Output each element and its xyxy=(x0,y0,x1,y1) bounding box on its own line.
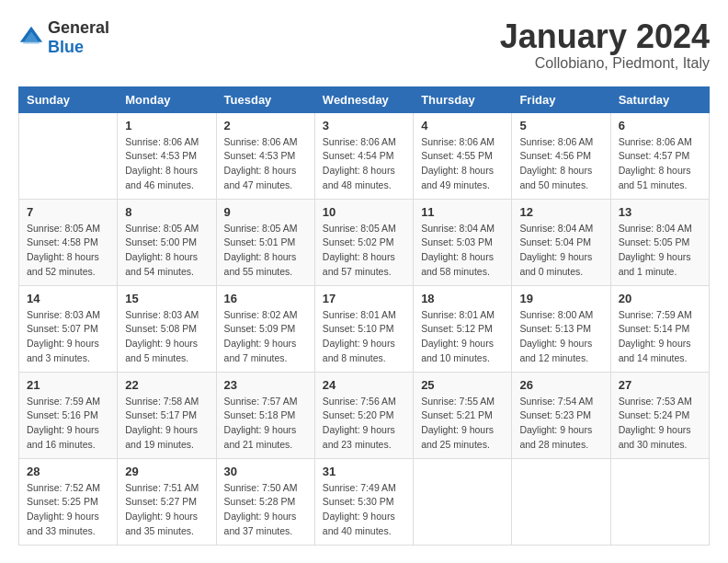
day-cell: 10Sunrise: 8:05 AMSunset: 5:02 PMDayligh… xyxy=(314,199,413,285)
day-cell: 2Sunrise: 8:06 AMSunset: 4:53 PMDaylight… xyxy=(216,112,314,199)
logo-general: General xyxy=(48,18,109,37)
day-cell xyxy=(19,112,118,199)
day-number: 6 xyxy=(619,119,701,132)
day-cell: 20Sunrise: 7:59 AMSunset: 5:14 PMDayligh… xyxy=(610,285,709,372)
logo: General Blue xyxy=(18,18,109,57)
title-block: January 2024 Collobiano, Piedmont, Italy xyxy=(500,18,710,72)
day-cell: 4Sunrise: 8:06 AMSunset: 4:55 PMDaylight… xyxy=(414,112,512,199)
day-cell: 19Sunrise: 8:00 AMSunset: 5:13 PMDayligh… xyxy=(512,285,610,372)
day-cell: 3Sunrise: 8:06 AMSunset: 4:54 PMDaylight… xyxy=(314,112,413,199)
day-number: 22 xyxy=(125,378,208,392)
day-number: 23 xyxy=(224,378,307,392)
day-cell: 8Sunrise: 8:05 AMSunset: 5:00 PMDaylight… xyxy=(118,199,216,285)
weekday-header-saturday: Saturday xyxy=(610,86,709,112)
day-cell: 27Sunrise: 7:53 AMSunset: 5:24 PMDayligh… xyxy=(610,372,709,458)
day-cell: 6Sunrise: 8:06 AMSunset: 4:57 PMDaylight… xyxy=(610,112,709,199)
day-cell: 22Sunrise: 7:58 AMSunset: 5:17 PMDayligh… xyxy=(118,372,216,458)
weekday-header-friday: Friday xyxy=(512,86,610,112)
day-number: 27 xyxy=(619,378,701,392)
day-cell: 16Sunrise: 8:02 AMSunset: 5:09 PMDayligh… xyxy=(216,285,314,372)
day-number: 21 xyxy=(27,378,109,392)
day-number: 19 xyxy=(519,292,602,305)
day-cell: 14Sunrise: 8:03 AMSunset: 5:07 PMDayligh… xyxy=(19,285,118,372)
day-info: Sunrise: 8:06 AMSunset: 4:53 PMDaylight:… xyxy=(125,135,208,193)
day-number: 16 xyxy=(224,292,307,305)
logo-icon xyxy=(18,25,44,51)
day-number: 31 xyxy=(323,465,405,478)
day-number: 26 xyxy=(519,378,602,392)
day-cell: 23Sunrise: 7:57 AMSunset: 5:18 PMDayligh… xyxy=(216,372,314,458)
day-cell: 26Sunrise: 7:54 AMSunset: 5:23 PMDayligh… xyxy=(512,372,610,458)
day-cell: 31Sunrise: 7:49 AMSunset: 5:30 PMDayligh… xyxy=(314,458,413,545)
day-info: Sunrise: 7:56 AMSunset: 5:20 PMDaylight:… xyxy=(323,395,405,453)
day-info: Sunrise: 8:04 AMSunset: 5:04 PMDaylight:… xyxy=(519,222,602,280)
day-cell xyxy=(512,458,610,545)
day-cell: 17Sunrise: 8:01 AMSunset: 5:10 PMDayligh… xyxy=(314,285,413,372)
day-number: 5 xyxy=(519,119,602,132)
day-info: Sunrise: 8:02 AMSunset: 5:09 PMDaylight:… xyxy=(224,308,307,366)
day-info: Sunrise: 7:59 AMSunset: 5:14 PMDaylight:… xyxy=(619,308,701,366)
day-number: 20 xyxy=(619,292,701,305)
weekday-header-monday: Monday xyxy=(118,86,216,112)
day-number: 7 xyxy=(27,205,109,219)
day-info: Sunrise: 8:03 AMSunset: 5:07 PMDaylight:… xyxy=(27,308,109,366)
day-cell: 1Sunrise: 8:06 AMSunset: 4:53 PMDaylight… xyxy=(118,112,216,199)
day-cell: 18Sunrise: 8:01 AMSunset: 5:12 PMDayligh… xyxy=(414,285,512,372)
calendar-table: SundayMondayTuesdayWednesdayThursdayFrid… xyxy=(18,86,710,546)
day-info: Sunrise: 8:04 AMSunset: 5:05 PMDaylight:… xyxy=(619,222,701,280)
day-cell: 9Sunrise: 8:05 AMSunset: 5:01 PMDaylight… xyxy=(216,199,314,285)
day-info: Sunrise: 8:05 AMSunset: 4:58 PMDaylight:… xyxy=(27,222,109,280)
day-info: Sunrise: 8:05 AMSunset: 5:00 PMDaylight:… xyxy=(125,222,208,280)
day-info: Sunrise: 7:55 AMSunset: 5:21 PMDaylight:… xyxy=(421,395,504,453)
day-cell: 15Sunrise: 8:03 AMSunset: 5:08 PMDayligh… xyxy=(118,285,216,372)
weekday-header-tuesday: Tuesday xyxy=(216,86,314,112)
logo-blue: Blue xyxy=(48,38,84,56)
day-info: Sunrise: 8:06 AMSunset: 4:53 PMDaylight:… xyxy=(224,135,307,193)
day-cell: 11Sunrise: 8:04 AMSunset: 5:03 PMDayligh… xyxy=(414,199,512,285)
week-row-1: 1Sunrise: 8:06 AMSunset: 4:53 PMDaylight… xyxy=(19,112,710,199)
day-info: Sunrise: 8:03 AMSunset: 5:08 PMDaylight:… xyxy=(125,308,208,366)
day-number: 29 xyxy=(125,465,208,478)
week-row-2: 7Sunrise: 8:05 AMSunset: 4:58 PMDaylight… xyxy=(19,199,710,285)
day-info: Sunrise: 7:59 AMSunset: 5:16 PMDaylight:… xyxy=(27,395,109,453)
day-info: Sunrise: 8:05 AMSunset: 5:02 PMDaylight:… xyxy=(323,222,405,280)
day-number: 2 xyxy=(224,119,307,132)
weekday-header-sunday: Sunday xyxy=(19,86,118,112)
week-row-4: 21Sunrise: 7:59 AMSunset: 5:16 PMDayligh… xyxy=(19,372,710,458)
day-cell: 21Sunrise: 7:59 AMSunset: 5:16 PMDayligh… xyxy=(19,372,118,458)
day-info: Sunrise: 7:53 AMSunset: 5:24 PMDaylight:… xyxy=(619,395,701,453)
day-info: Sunrise: 7:50 AMSunset: 5:28 PMDaylight:… xyxy=(224,481,307,539)
weekday-header-thursday: Thursday xyxy=(414,86,512,112)
weekday-header-row: SundayMondayTuesdayWednesdayThursdayFrid… xyxy=(19,86,710,112)
day-cell: 12Sunrise: 8:04 AMSunset: 5:04 PMDayligh… xyxy=(512,199,610,285)
page-header: General Blue January 2024 Collobiano, Pi… xyxy=(18,18,710,72)
day-info: Sunrise: 8:04 AMSunset: 5:03 PMDaylight:… xyxy=(421,222,504,280)
day-number: 1 xyxy=(125,119,208,132)
day-number: 8 xyxy=(125,205,208,219)
day-number: 28 xyxy=(27,465,109,478)
day-cell: 7Sunrise: 8:05 AMSunset: 4:58 PMDaylight… xyxy=(19,199,118,285)
day-info: Sunrise: 8:05 AMSunset: 5:01 PMDaylight:… xyxy=(224,222,307,280)
weekday-header-wednesday: Wednesday xyxy=(314,86,413,112)
day-number: 9 xyxy=(224,205,307,219)
day-cell: 28Sunrise: 7:52 AMSunset: 5:25 PMDayligh… xyxy=(19,458,118,545)
day-number: 3 xyxy=(323,119,405,132)
day-cell xyxy=(414,458,512,545)
day-number: 10 xyxy=(323,205,405,219)
day-info: Sunrise: 8:06 AMSunset: 4:54 PMDaylight:… xyxy=(323,135,405,193)
day-cell xyxy=(610,458,709,545)
day-info: Sunrise: 8:06 AMSunset: 4:55 PMDaylight:… xyxy=(421,135,504,193)
day-cell: 5Sunrise: 8:06 AMSunset: 4:56 PMDaylight… xyxy=(512,112,610,199)
day-number: 11 xyxy=(421,205,504,219)
day-number: 12 xyxy=(519,205,602,219)
day-number: 4 xyxy=(421,119,504,132)
day-info: Sunrise: 8:01 AMSunset: 5:12 PMDaylight:… xyxy=(421,308,504,366)
week-row-5: 28Sunrise: 7:52 AMSunset: 5:25 PMDayligh… xyxy=(19,458,710,545)
month-title: January 2024 xyxy=(500,18,710,55)
day-number: 24 xyxy=(323,378,405,392)
logo-text: General Blue xyxy=(48,18,109,57)
day-cell: 25Sunrise: 7:55 AMSunset: 5:21 PMDayligh… xyxy=(414,372,512,458)
location-title: Collobiano, Piedmont, Italy xyxy=(500,55,710,72)
day-number: 25 xyxy=(421,378,504,392)
day-number: 15 xyxy=(125,292,208,305)
